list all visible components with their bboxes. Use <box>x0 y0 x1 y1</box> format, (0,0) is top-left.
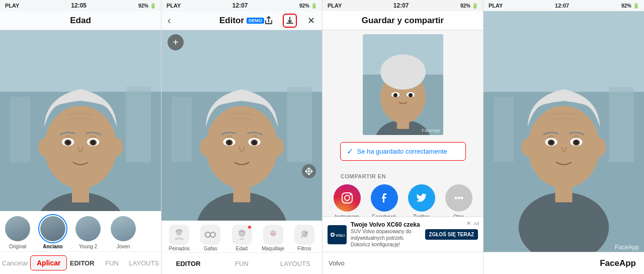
battery-4: 92% <box>621 3 631 9</box>
person-illustration-4 <box>484 0 644 274</box>
svg-point-42 <box>305 231 308 234</box>
svg-text:VOLVO: VOLVO <box>336 233 345 238</box>
share-icon-other[interactable]: Otro <box>445 184 472 220</box>
svg-rect-67 <box>494 97 514 162</box>
twitter-icon <box>408 184 435 212</box>
nav-tabs-1: Cancelar Aplicar EDITOR FUN LAYOUTS <box>0 252 161 274</box>
svg-point-77 <box>574 141 578 145</box>
ad-cta-button[interactable]: ZGŁOŚ SIĘ TERAZ <box>425 229 478 240</box>
svg-point-26 <box>227 141 231 145</box>
plus-fab[interactable]: + <box>168 34 184 50</box>
preview-svg <box>363 34 443 135</box>
filter-thumb-inner-young2 <box>75 216 101 241</box>
filter-label-original: Original <box>9 244 26 249</box>
tool-icon-edad <box>232 225 252 245</box>
tool-edad[interactable]: Edad <box>226 225 257 251</box>
share-section-label: COMPARTIR EN <box>341 173 386 179</box>
svg-point-48 <box>380 54 426 90</box>
tool-icon-peinados <box>169 225 189 245</box>
status-time-3: 12:07 <box>393 2 409 9</box>
tool-icon-gafas <box>200 225 220 245</box>
tool-label-gafas: Gafas <box>204 246 217 251</box>
filter-thumb-joven <box>110 215 137 242</box>
status-bar-2: PLAY 12:07 92% 🔋 <box>162 0 322 11</box>
share-icon-twitter[interactable]: Twitter <box>408 184 435 220</box>
filter-young2[interactable]: Young 2 <box>70 215 106 249</box>
share-icon-facebook[interactable]: Facebook <box>371 184 398 220</box>
cancel-tab[interactable]: Cancelar <box>0 259 30 267</box>
editor-title: Editor <box>219 16 244 26</box>
svg-rect-2 <box>10 97 30 162</box>
svg-point-29 <box>272 138 284 156</box>
status-bar-1: PLAY 12:05 92% 🔋 <box>0 0 161 11</box>
filter-original[interactable]: Original <box>0 215 35 249</box>
instagram-icon <box>334 184 361 212</box>
tool-icon-filtros <box>294 225 314 245</box>
svg-rect-17 <box>172 97 192 162</box>
filter-thumb-inner-original <box>5 216 30 241</box>
ad-source-bar: Volvo <box>323 252 483 274</box>
tool-dot-edad <box>248 226 251 229</box>
panel-1-header: Edad <box>0 11 161 30</box>
bottom-tools: Peinados Gafas <box>162 221 322 274</box>
tool-gafas[interactable]: Gafas <box>195 225 226 251</box>
svg-point-79 <box>594 138 606 156</box>
status-carrier-3: PLAY <box>328 3 342 9</box>
tools-row: Peinados Gafas <box>162 221 322 253</box>
editor-tab-1[interactable]: EDITOR <box>67 259 97 267</box>
filter-label-joven: Joven <box>117 244 130 249</box>
battery-icon-2: 🔋 <box>311 3 317 9</box>
status-right-4: 92% 🔋 <box>621 3 639 9</box>
back-button-editor[interactable]: ‹ <box>168 15 171 26</box>
svg-point-78 <box>522 138 534 156</box>
filter-thumb-original <box>4 215 31 242</box>
ad-subtitle: SUV Volvo dopasowany do indywidualnych p… <box>351 228 421 248</box>
editor-nav-editor[interactable]: EDITOR <box>162 260 215 267</box>
tool-filtros[interactable]: Filtros <box>289 225 320 251</box>
ad-source-label: Volvo <box>329 259 345 267</box>
svg-point-54 <box>409 93 413 97</box>
svg-point-11 <box>66 141 70 145</box>
share-button-editor[interactable] <box>262 14 276 28</box>
panel-share: PLAY 12:07 92% 🔋 Guardar y compartir Fac… <box>322 0 483 274</box>
saved-text: Se ha guardado correctamente <box>357 148 447 155</box>
status-right-3: 92% 🔋 <box>460 3 478 9</box>
svg-point-57 <box>350 194 351 195</box>
battery-2: 92% <box>299 3 309 9</box>
battery-icon-4: 🔋 <box>633 3 639 9</box>
filter-joven[interactable]: Joven <box>106 215 141 249</box>
close-button-editor[interactable]: ✕ <box>304 14 318 28</box>
svg-point-60 <box>460 197 463 199</box>
battery-1: 92% <box>138 3 148 9</box>
filter-label-young2: Young 2 <box>79 244 97 249</box>
filter-thumb-inner-joven <box>111 216 136 241</box>
saved-check-icon: ✓ <box>347 147 353 156</box>
svg-point-40 <box>274 233 276 235</box>
status-bar-3: PLAY 12:07 92% 🔋 <box>323 0 483 11</box>
editor-nav-fun[interactable]: FUN <box>215 260 268 267</box>
saved-notice: ✓ Se ha guardado correctamente <box>340 142 466 161</box>
share-icon-instagram[interactable]: Instagram <box>334 184 361 220</box>
layouts-tab-1[interactable]: LAYOUTS <box>127 259 161 267</box>
tool-peinados[interactable]: Peinados <box>164 225 195 251</box>
svg-point-27 <box>252 141 256 145</box>
status-carrier-1: PLAY <box>5 3 19 9</box>
filter-anciano[interactable]: Anciano <box>35 215 70 249</box>
status-time-2: 12:07 <box>232 2 248 9</box>
editor-nav-tabs: EDITOR FUN LAYOUTS <box>162 253 322 274</box>
status-right-1: 92% 🔋 <box>138 3 156 9</box>
ad-banner: ✕ Ad VOLVO Twoje Volvo XC60 czeka SUV Vo… <box>323 217 483 252</box>
editor-nav-layouts[interactable]: LAYOUTS <box>269 260 322 267</box>
fun-tab-1[interactable]: FUN <box>97 259 127 267</box>
ad-close-icon[interactable]: ✕ <box>466 220 471 227</box>
status-time-1: 12:05 <box>71 2 87 9</box>
tool-label-edad: Edad <box>236 246 248 251</box>
share-header: Guardar y compartir <box>323 11 483 30</box>
battery-3: 92% <box>460 3 470 9</box>
download-button-editor[interactable] <box>283 14 297 28</box>
status-time-4: 12:07 <box>555 3 569 9</box>
tool-maquillaje[interactable]: Maquillaje <box>258 225 289 251</box>
faceapp-watermark: FaceApp <box>615 244 639 251</box>
apply-tab[interactable]: Aplicar <box>30 255 67 270</box>
filter-thumb-inner-anciano <box>40 216 65 241</box>
